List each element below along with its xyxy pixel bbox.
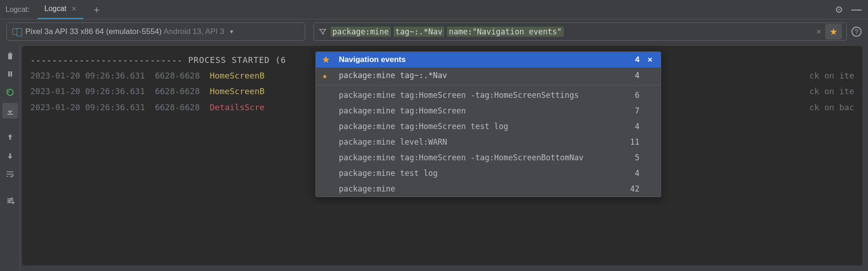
device-icon [12, 28, 21, 35]
logcat-tab-bar: Logcat: Logcat ✕ ＋ ⚙ — [0, 0, 868, 19]
filter-tokens: package:mine tag~:.*Nav name:"Navigation… [331, 27, 812, 37]
minimize-icon[interactable]: — [851, 4, 862, 16]
suggestion-label: package:mine tag:HomeScreen [339, 106, 615, 115]
star-icon: ★ [322, 55, 332, 65]
help-icon[interactable]: ? [851, 27, 862, 37]
previous-button[interactable] [2, 130, 18, 145]
suggestion-favorite[interactable]: ★ Navigation events 4 ✕ [316, 52, 661, 68]
suggestion-favorite[interactable]: ★ package:mine tag~:.*Nav 4 [316, 68, 661, 83]
suggestion-history[interactable]: package:mine tag:HomeScreen -tag:HomeScr… [316, 87, 661, 103]
scroll-to-end-button[interactable] [2, 103, 18, 119]
suggestion-label: package:mine tag~:.*Nav [339, 71, 615, 80]
filter-icon [319, 28, 327, 36]
suggestion-history[interactable]: package:mine tag:HomeScreen -tag:HomeScr… [316, 150, 661, 165]
suggestion-label: package:mine tag:HomeScreen test log [339, 122, 615, 131]
soft-wrap-button[interactable] [2, 166, 18, 182]
suggestion-label: Navigation events [339, 55, 615, 64]
suggestion-count: 4 [621, 55, 640, 64]
gear-icon[interactable]: ⚙ [835, 4, 843, 15]
svg-point-0 [11, 198, 12, 199]
suggestion-count: 4 [621, 71, 640, 80]
filter-token: name:"Navigation events" [447, 27, 564, 37]
suggestion-history[interactable]: package:mine level:WARN 11 [316, 134, 661, 150]
chevron-down-icon: ▼ [229, 28, 234, 35]
suggestion-history[interactable]: package:mine tag:HomeScreen test log 4 [316, 119, 661, 134]
pause-logcat-button[interactable] [2, 66, 18, 82]
tab-logcat[interactable]: Logcat ✕ [38, 0, 83, 19]
settings-button[interactable] [2, 193, 18, 209]
remove-suggestion-icon[interactable]: ✕ [646, 56, 654, 63]
filter-token: tag~:.*Nav [394, 27, 444, 37]
filter-suggestions-popup: ★ Navigation events 4 ✕ ★ package:mine t… [315, 51, 661, 197]
close-icon[interactable]: ✕ [71, 5, 77, 12]
clear-filter-icon[interactable]: ✕ [816, 28, 822, 35]
suggestion-count: 4 [621, 122, 640, 131]
suggestion-label: package:mine [339, 184, 615, 193]
suggestion-label: package:mine tag:HomeScreen -tag:HomeScr… [339, 90, 615, 100]
favorite-filter-button[interactable]: ★ [825, 24, 842, 40]
suggestion-count: 42 [621, 184, 640, 193]
suggestion-label: package:mine level:WARN [339, 137, 615, 147]
suggestion-label: package:mine tag:HomeScreen -tag:HomeScr… [339, 153, 615, 162]
suggestion-label: package:mine test log [339, 169, 615, 178]
device-text: Pixel 3a API 33 x86 64 (emulator-5554) A… [25, 27, 224, 36]
logcat-side-toolbar [0, 44, 20, 271]
suggestion-count: 4 [621, 169, 640, 178]
tab-label: Logcat [44, 5, 66, 13]
suggestion-count: 7 [621, 106, 640, 115]
suggestion-count: 11 [621, 137, 640, 147]
device-meta: Android 13, API 3 [164, 27, 224, 36]
suggestion-history[interactable]: package:mine 42 [316, 181, 661, 197]
next-button[interactable] [2, 148, 18, 164]
restart-logcat-button[interactable] [2, 85, 18, 100]
device-name: Pixel 3a API 33 x86 64 (emulator-5554) [25, 27, 162, 36]
star-icon: ★ [322, 71, 332, 80]
add-tab-icon[interactable]: ＋ [91, 3, 102, 17]
window-controls: ⚙ — [835, 4, 868, 16]
filter-token: package:mine [331, 27, 391, 37]
filter-input[interactable]: package:mine tag~:.*Nav name:"Navigation… [314, 23, 847, 41]
svg-point-1 [8, 200, 10, 201]
suggestion-history[interactable]: package:mine tag:HomeScreen 7 [316, 103, 661, 119]
device-selector[interactable]: Pixel 3a API 33 x86 64 (emulator-5554) A… [6, 23, 305, 41]
suggestion-count: 5 [621, 153, 640, 162]
panel-title: Logcat: [6, 6, 29, 14]
suggestion-count: 6 [621, 90, 640, 100]
separator [316, 85, 661, 85]
filter-toolbar: Pixel 3a API 33 x86 64 (emulator-5554) A… [0, 19, 868, 44]
star-icon: ★ [829, 26, 838, 37]
suggestion-history[interactable]: package:mine test log 4 [316, 165, 661, 181]
clear-logcat-button[interactable] [2, 48, 18, 63]
